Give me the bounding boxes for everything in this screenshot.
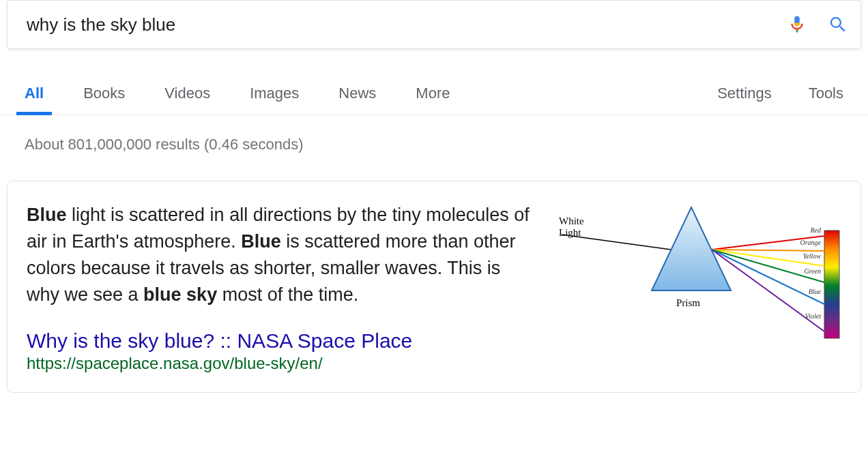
svg-line-2 xyxy=(712,250,824,251)
tab-news[interactable]: News xyxy=(338,75,376,115)
label-red: Red xyxy=(810,226,821,234)
tools-link[interactable]: Tools xyxy=(809,75,843,115)
tab-more[interactable]: More xyxy=(416,75,450,115)
label-blue: Blue xyxy=(809,288,821,295)
result-stats: About 801,000,000 results (0.46 seconds) xyxy=(0,115,868,153)
label-yellow: Yellow xyxy=(803,252,821,260)
tab-images[interactable]: Images xyxy=(250,75,299,115)
label-green: Green xyxy=(804,267,821,275)
voice-search-icon[interactable] xyxy=(787,14,807,35)
prism-diagram: White Light Prism Red Orange Yellow Gree… xyxy=(555,202,841,373)
result-title-link[interactable]: Why is the sky blue? :: NASA Space Place xyxy=(27,329,534,353)
label-prism: Prism xyxy=(676,297,700,309)
snippet-bold: blue sky xyxy=(143,284,217,305)
svg-rect-0 xyxy=(824,230,839,338)
settings-link[interactable]: Settings xyxy=(717,75,772,115)
search-icon[interactable] xyxy=(828,14,848,35)
label-orange: Orange xyxy=(800,239,821,246)
snippet-bold: Blue xyxy=(27,205,67,225)
result-url: https://spaceplace.nasa.gov/blue-sky/en/ xyxy=(27,354,534,373)
snippet-bold: Blue xyxy=(241,231,281,252)
label-white-light: White Light xyxy=(559,215,584,238)
label-violet: Violet xyxy=(805,312,821,320)
tab-videos[interactable]: Videos xyxy=(164,75,210,115)
tab-all[interactable]: All xyxy=(25,75,44,115)
snippet-text: Blue light is scattered in all direction… xyxy=(27,202,534,309)
snippet-span: most of the time. xyxy=(217,284,358,305)
tab-books[interactable]: Books xyxy=(83,75,125,115)
featured-snippet-card: Blue light is scattered in all direction… xyxy=(7,181,861,393)
search-input[interactable] xyxy=(27,14,787,35)
tabs-bar: All Books Videos Images News More Settin… xyxy=(0,75,868,115)
search-box xyxy=(7,0,861,49)
